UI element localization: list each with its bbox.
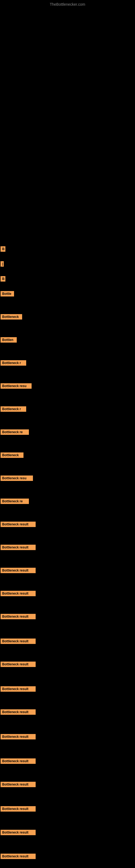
bottleneck-result-item: Bottleneck <box>1 453 24 458</box>
bottleneck-result-item: B <box>1 276 5 282</box>
bottleneck-result-item: Bottleneck re <box>1 429 29 435</box>
bottleneck-result-item: Bottle <box>1 291 14 297</box>
bottleneck-result-item: Bottleneck r <box>1 406 26 412</box>
bottleneck-result-item: Bottleneck result <box>1 830 36 835</box>
bottleneck-result-item: Bottleneck result <box>1 639 36 644</box>
bottleneck-result-item: Bottleneck result <box>1 568 36 573</box>
bottleneck-result-item: B <box>1 246 5 252</box>
bottleneck-result-item: Bottleneck result <box>1 614 36 619</box>
bottleneck-result-item: Bottleneck <box>1 314 22 319</box>
bottleneck-result-item: Bottleneck result <box>1 709 36 715</box>
site-title: TheBottlenecker.com <box>50 2 85 6</box>
bottleneck-result-item: Bottleneck result <box>1 545 36 550</box>
bottleneck-result-item: Bottleneck result <box>1 661 36 667</box>
bottleneck-result-item: Bottleneck result <box>1 591 36 596</box>
bottleneck-result-item: Bottleneck result <box>1 782 36 787</box>
bottleneck-result-item: Bottleneck resu <box>1 475 33 481</box>
bottleneck-result-item: Bottleneck re <box>1 499 29 504</box>
bottleneck-result-item: Bottleneck result <box>1 734 36 739</box>
bottleneck-result-item: Bottleneck result <box>1 522 36 527</box>
bottleneck-result-item: Bottleneck resu <box>1 383 32 389</box>
bottleneck-result-item: Bottleneck result <box>1 686 36 692</box>
bottleneck-result-item: Bottleneck result <box>1 854 36 859</box>
bottleneck-result-item: Bottlen <box>1 337 17 343</box>
bottleneck-result-item: Bottleneck r <box>1 360 26 366</box>
bottleneck-result-item: Bottleneck result <box>1 806 36 812</box>
bottleneck-result-item: Bottleneck result <box>1 758 36 764</box>
bottleneck-result-item: | <box>1 261 4 267</box>
